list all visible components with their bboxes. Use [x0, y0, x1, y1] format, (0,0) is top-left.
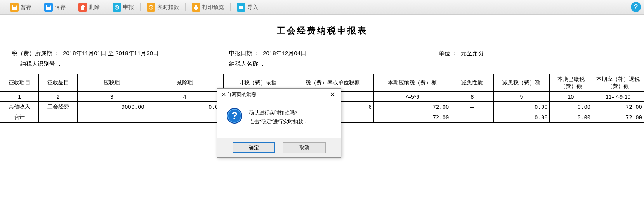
dialog-line2: 点击"确定"进行实时扣款；: [249, 117, 308, 126]
total-c4: —: [146, 112, 223, 123]
declare-date-label: 申报日期 ：: [229, 50, 260, 57]
period-value: 2018年11月01日 至 2018年11月30日: [63, 50, 159, 57]
separator: [106, 4, 106, 11]
print-preview-button[interactable]: 打印预览: [189, 2, 226, 13]
separator: [140, 4, 141, 11]
print-preview-label: 打印预览: [202, 4, 224, 11]
unit-value: 元至角分: [461, 50, 484, 57]
n10: 10: [549, 92, 592, 102]
dialog-body: ? 确认进行实时扣款吗? 点击"确定"进行实时扣款；: [217, 100, 341, 138]
th-8: 减免性质: [451, 74, 494, 92]
n9: 9: [494, 92, 550, 102]
cell-project: 其他收入: [0, 102, 39, 112]
help-icon[interactable]: ?: [631, 2, 641, 12]
trash-icon: [78, 3, 87, 12]
temp-save-icon: [10, 3, 19, 12]
total-c3: —: [77, 112, 146, 123]
save-icon: [44, 3, 53, 12]
clock-icon: [147, 3, 155, 12]
separator: [185, 4, 186, 11]
dialog-line1: 确认进行实时扣款吗?: [249, 108, 308, 117]
import-label: 导入: [247, 4, 258, 11]
total-c9: 0.00: [494, 112, 550, 123]
cell-paid: 0.00: [549, 102, 592, 112]
th-3: 应税项: [77, 74, 146, 92]
import-icon: [237, 3, 245, 12]
toolbar: 暂存 保存 删除 申报 实时扣款 打印预览: [0, 0, 644, 15]
cell-refund: 72.00: [592, 102, 644, 112]
delete-button[interactable]: 删除: [76, 2, 102, 13]
total-c10: 0.00: [549, 112, 592, 123]
declare-date-value: 2018年12月04日: [263, 50, 306, 57]
delete-label: 删除: [89, 4, 100, 11]
temp-save-label: 暂存: [21, 4, 31, 11]
n7: 7=5*6: [373, 92, 451, 102]
taxpayer-name-label: 纳税人名称 ：: [229, 60, 266, 68]
dialog-actions: 确定 取消: [217, 138, 341, 157]
total-c8: [451, 112, 494, 123]
info-row-1: 税（费）所属期 ： 2018年11月01日 至 2018年11月30日 申报日期…: [0, 48, 644, 59]
cell-payable: 72.00: [373, 102, 451, 112]
dialog-titlebar: 来自网页的消息 ✕: [217, 89, 341, 100]
cell-relief-amt: 0.00: [494, 102, 550, 112]
n1: 1: [0, 92, 39, 102]
declare-button[interactable]: 申报: [110, 2, 136, 13]
save-button[interactable]: 保存: [42, 2, 68, 13]
cell-relief-type: —: [451, 102, 494, 112]
info-row-2: 纳税人识别号 ： 纳税人名称 ：: [0, 59, 644, 69]
total-c11: 72.00: [592, 112, 644, 123]
th-7: 本期应纳税（费）额: [373, 74, 451, 92]
cancel-button[interactable]: 取消: [283, 142, 326, 153]
n2: 2: [39, 92, 77, 102]
cell-taxable[interactable]: 9000.00: [77, 102, 146, 112]
import-button[interactable]: 导入: [234, 2, 260, 13]
n8: 8: [451, 92, 494, 102]
th-10: 本期已缴税（费）额: [549, 74, 592, 92]
separator: [72, 4, 72, 11]
close-icon[interactable]: ✕: [328, 91, 337, 98]
th-11: 本期应（补）退税（费）额: [592, 74, 644, 92]
th-1: 征收项目: [0, 74, 39, 92]
page-title: 工会经费纳税申报表: [0, 25, 644, 37]
separator: [38, 4, 38, 11]
temp-save-button[interactable]: 暂存: [8, 2, 34, 13]
deduct-button[interactable]: 实时扣款: [144, 2, 181, 13]
ok-button[interactable]: 确定: [233, 142, 275, 153]
dialog-title-text: 来自网页的消息: [221, 91, 257, 98]
declare-label: 申报: [123, 4, 134, 11]
taxpayer-id-label: 纳税人识别号 ：: [20, 60, 62, 68]
n11: 11=7-9-10: [592, 92, 644, 102]
deduct-label: 实时扣款: [157, 4, 179, 11]
dialog-message: 确认进行实时扣款吗? 点击"确定"进行实时扣款；: [249, 108, 308, 126]
total-label: 合计: [0, 112, 39, 123]
n3: 3: [77, 92, 146, 102]
cell-deduct[interactable]: 0.00: [146, 102, 223, 112]
th-9: 减免税（费）额: [494, 74, 550, 92]
total-c7: 72.00: [373, 112, 451, 123]
save-label: 保存: [55, 4, 66, 11]
question-icon: ?: [227, 108, 242, 124]
period-label: 税（费）所属期 ：: [12, 50, 60, 57]
confirm-dialog: 来自网页的消息 ✕ ? 确认进行实时扣款吗? 点击"确定"进行实时扣款； 确定 …: [217, 88, 341, 158]
clock-icon: [113, 3, 121, 12]
n4: 4: [146, 92, 223, 102]
printer-icon: [192, 3, 200, 12]
th-2: 征收品目: [39, 74, 77, 92]
total-c2: —: [39, 112, 77, 123]
unit-label: 单位 ：: [439, 50, 458, 57]
th-4: 减除项: [146, 74, 223, 92]
cell-item: 工会经费: [39, 102, 77, 112]
separator: [230, 4, 231, 11]
